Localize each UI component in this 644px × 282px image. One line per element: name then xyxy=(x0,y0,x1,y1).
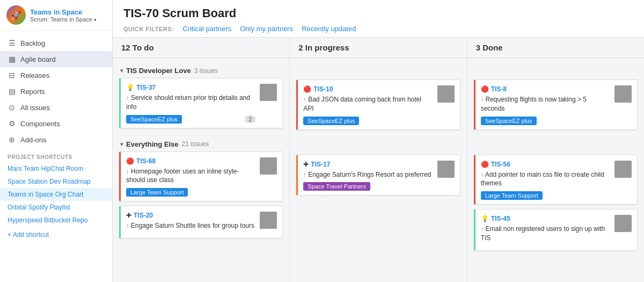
sidebar-item-agile-board[interactable]: ▦ Agile board xyxy=(0,51,112,67)
swimlane-everything-else: ▾ Everything Else 21 issues 🔴 TIS-68 ↑ H… xyxy=(119,137,283,243)
issue-type-icon: 🔴 xyxy=(303,85,311,93)
add-ons-icon: ⊕ xyxy=(8,135,16,144)
sidebar-nav: ☰ Backlog ▦ Agile board ⊟ Releases ▤ Rep… xyxy=(0,31,112,282)
card-tag[interactable]: SeeSpaceEZ plus xyxy=(126,115,182,124)
sidebar-item-add-ons[interactable]: ⊕ Add-ons xyxy=(0,132,112,148)
card-id[interactable]: TIS-68 xyxy=(136,157,156,165)
swimlane-header-everything-else[interactable]: ▾ Everything Else 21 issues xyxy=(119,137,283,151)
swimlane-tis-developer-love: ▾ TIS Developer Love 3 issues 💡 TIS-37 ↑… xyxy=(119,63,283,133)
swimlane-count: 21 issues xyxy=(182,140,209,148)
card-tag[interactable]: Large Team Support xyxy=(481,191,543,200)
swimlane-tis-developer-love-2: 🔴 TIS-10 ↑ Bad JSON data coming back fro… xyxy=(296,63,460,134)
swimlane-chevron: ▾ xyxy=(120,141,123,147)
card-tis-56[interactable]: 🔴 TIS-56 ↑ Add pointer to main css file … xyxy=(474,155,638,205)
sidebar-item-reports[interactable]: ▤ Reports xyxy=(0,83,112,99)
shortcut-org-chart[interactable]: Teams in Space Org Chart xyxy=(0,188,112,201)
card-inner: 🔴 TIS-68 ↑ Homepage footer uses an inlin… xyxy=(126,157,277,197)
column-header-in-progress: 2 In progress xyxy=(290,38,466,58)
sidebar-label-backlog: Backlog xyxy=(20,39,45,47)
card-tag[interactable]: SeeSpaceEZ plus xyxy=(303,117,359,125)
filter-critical-partners[interactable]: Critical partners xyxy=(182,25,231,33)
shortcut-mars-hipchat[interactable]: Mars Team HipChat Room xyxy=(0,162,112,175)
avatar-img xyxy=(614,161,632,178)
cards-list-everything-else-3: 🔴 TIS-56 ↑ Add pointer to main css file … xyxy=(474,155,638,255)
card-id[interactable]: TIS-20 xyxy=(134,212,153,219)
shortcut-space-station[interactable]: Space Station Dev Roadmap xyxy=(0,175,112,188)
all-issues-icon: ⊙ xyxy=(8,103,16,112)
issue-type-icon: 🔴 xyxy=(126,157,134,165)
cards-list-tis-developer-love-3: 🔴 TIS-8 ↑ Requesting flights is now taki… xyxy=(474,79,638,134)
card-tis-17[interactable]: ✚ TIS-17 ↑ Engage Saturn's Rings Resort … xyxy=(296,155,460,196)
sidebar-label-releases: Releases xyxy=(20,71,49,79)
sidebar-label-all-issues: All issues xyxy=(20,104,50,112)
swimlane-spacer-everything-else-2 xyxy=(296,139,460,155)
card-content: 💡 TIS-45 ↑ Email non registered users to… xyxy=(481,215,610,246)
shortcut-orbital-spotify[interactable]: Orbital Spotify Playlist xyxy=(0,201,112,214)
card-id[interactable]: TIS-37 xyxy=(136,84,156,91)
sidebar-item-components[interactable]: ⚙ Components xyxy=(0,115,112,132)
card-title: ↑ Engage Saturn's Rings Resort as prefer… xyxy=(303,170,433,179)
scrum-board: 12 To do▾ TIS Developer Love 3 issues 💡 … xyxy=(113,38,644,282)
card-tag[interactable]: Space Travel Partners xyxy=(303,182,370,191)
sidebar-item-releases[interactable]: ⊟ Releases xyxy=(0,67,112,83)
filter-only-my-partners[interactable]: Only my partners xyxy=(240,25,293,33)
board-column-done: 3 Done 🔴 TIS-8 ↑ Requesting flights is n… xyxy=(467,38,644,282)
backlog-icon: ☰ xyxy=(8,39,16,47)
swimlane-spacer-everything-else-3 xyxy=(474,139,638,155)
card-id[interactable]: TIS-8 xyxy=(491,85,507,93)
card-id[interactable]: TIS-56 xyxy=(491,161,510,168)
swimlane-spacer-tis-developer-love-3 xyxy=(474,63,638,79)
card-footer: SeeSpaceEZ plus 2 xyxy=(126,115,255,124)
avatar-img xyxy=(260,84,277,101)
swimlane-header-tis-developer-love[interactable]: ▾ TIS Developer Love 3 issues xyxy=(119,63,283,78)
column-body-in-progress: 🔴 TIS-10 ↑ Bad JSON data coming back fro… xyxy=(290,58,466,282)
avatar-img xyxy=(614,85,632,103)
card-footer: SeeSpaceEZ plus xyxy=(303,117,433,125)
column-header-done: 3 Done xyxy=(467,38,644,58)
card-avatar xyxy=(260,212,277,229)
card-tis-10[interactable]: 🔴 TIS-10 ↑ Bad JSON data coming back fro… xyxy=(296,79,460,130)
sidebar-item-all-issues[interactable]: ⊙ All issues xyxy=(0,99,112,115)
card-tis-68[interactable]: 🔴 TIS-68 ↑ Homepage footer uses an inlin… xyxy=(119,151,283,202)
swimlane-count: 3 issues xyxy=(194,67,218,75)
card-tis-8[interactable]: 🔴 TIS-8 ↑ Requesting flights is now taki… xyxy=(474,79,638,130)
issue-type-icon: 🔴 xyxy=(481,161,489,168)
card-title: ↑ Service should return prior trip detai… xyxy=(126,93,255,112)
issue-type-icon: 💡 xyxy=(481,215,489,222)
avatar-img xyxy=(260,157,277,175)
card-inner: 🔴 TIS-8 ↑ Requesting flights is now taki… xyxy=(481,85,632,125)
card-id-row: 🔴 TIS-68 xyxy=(126,157,255,165)
filter-recently-updated[interactable]: Recently updated xyxy=(302,25,356,33)
swimlane-spacer-tis-developer-love-2 xyxy=(296,63,460,79)
column-body-todo: ▾ TIS Developer Love 3 issues 💡 TIS-37 ↑… xyxy=(113,58,289,282)
quick-filters-label: QUICK FILTERS: xyxy=(123,26,174,32)
card-id[interactable]: TIS-45 xyxy=(491,215,510,222)
card-avatar xyxy=(614,85,632,103)
card-tis-45[interactable]: 💡 TIS-45 ↑ Email non registered users to… xyxy=(474,209,638,251)
card-tis-20[interactable]: ✚ TIS-20 ↑ Engage Saturn Shuttle lines f… xyxy=(119,206,283,238)
card-tis-37[interactable]: 💡 TIS-37 ↑ Service should return prior t… xyxy=(119,78,283,128)
card-avatar xyxy=(614,215,632,232)
shortcut-hyperspeed-bitbucket[interactable]: Hyperspeed Bitbucket Repo xyxy=(0,214,112,227)
agile-board-icon: ▦ xyxy=(8,55,16,63)
card-content: ✚ TIS-17 ↑ Engage Saturn's Rings Resort … xyxy=(303,161,433,191)
sidebar: 🚀 Teams in Space Scrum: Teams in Space ▾… xyxy=(0,0,113,282)
card-id[interactable]: TIS-17 xyxy=(311,161,330,168)
add-shortcut-button[interactable]: + Add shortcut xyxy=(0,227,112,243)
priority-icon: ↑ xyxy=(481,171,484,178)
components-icon: ⚙ xyxy=(8,119,16,128)
card-tag[interactable]: Large Team Support xyxy=(126,188,188,197)
card-inner: 🔴 TIS-56 ↑ Add pointer to main css file … xyxy=(481,161,632,200)
card-title: ↑ Engage Saturn Shuttle lines for group … xyxy=(126,221,255,230)
swimlane-everything-else-3: 🔴 TIS-56 ↑ Add pointer to main css file … xyxy=(474,139,638,255)
card-title: ↑ Homepage footer uses an inline style-s… xyxy=(126,167,255,185)
sidebar-title-block: Teams in Space Scrum: Teams in Space ▾ xyxy=(30,8,97,23)
sidebar-item-backlog[interactable]: ☰ Backlog xyxy=(0,35,112,51)
card-id[interactable]: TIS-10 xyxy=(313,85,333,93)
quick-filters-bar: QUICK FILTERS: Critical partners Only my… xyxy=(123,25,633,33)
card-footer: Space Travel Partners xyxy=(303,182,433,191)
card-tag[interactable]: SeeSpaceEZ plus xyxy=(481,117,537,125)
column-header-todo: 12 To do xyxy=(113,38,289,58)
page-title: TIS-70 Scrum Board xyxy=(123,6,633,20)
card-avatar xyxy=(437,161,455,178)
